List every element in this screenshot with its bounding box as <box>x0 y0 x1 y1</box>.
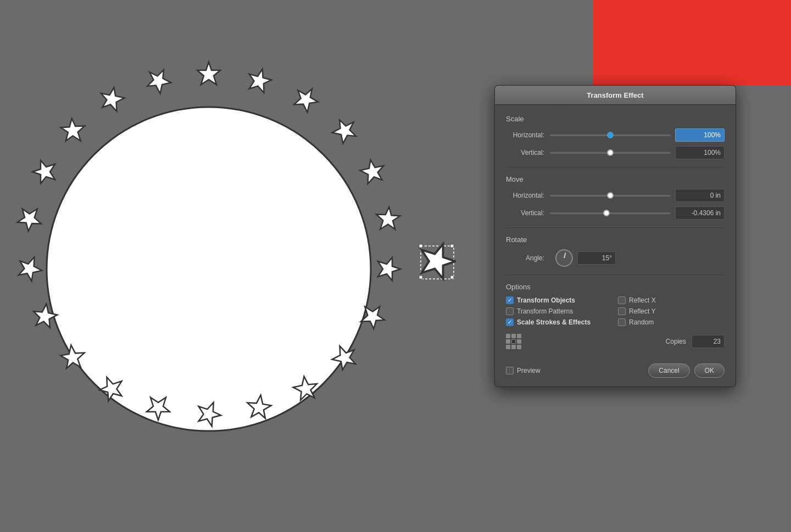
preview-label: Preview <box>517 367 541 374</box>
transform-origin-grid[interactable] <box>506 334 521 349</box>
transform-objects-row[interactable]: Transform Objects <box>506 296 612 304</box>
move-section-label: Move <box>506 175 725 183</box>
cancel-button[interactable]: Cancel <box>648 363 689 378</box>
reflect-x-label: Reflect X <box>629 296 656 304</box>
divider-1 <box>506 167 725 167</box>
options-section-label: Options <box>506 283 725 291</box>
scale-vertical-label: Vertical: <box>506 149 550 156</box>
grid-cell-2[interactable] <box>511 334 516 338</box>
reflect-x-row[interactable]: Reflect X <box>618 296 725 304</box>
dialog-titlebar: Transform Effect <box>495 86 736 105</box>
grid-cell-4[interactable] <box>506 339 510 344</box>
scale-horizontal-track <box>550 135 671 136</box>
grid-cell-7[interactable] <box>506 345 510 349</box>
preview-row: Preview <box>506 367 644 374</box>
move-horizontal-slider[interactable] <box>550 192 671 199</box>
grid-cell-1[interactable] <box>506 334 510 338</box>
transform-effect-dialog: Transform Effect Scale Horizontal: Verti… <box>494 85 736 387</box>
transform-objects-label: Transform Objects <box>517 296 575 304</box>
scale-horizontal-input[interactable] <box>675 128 725 142</box>
random-label: Random <box>629 318 654 326</box>
move-horizontal-label: Horizontal: <box>506 192 550 199</box>
rotate-section-label: Rotate <box>506 236 725 244</box>
scale-vertical-row: Vertical: <box>506 146 725 159</box>
rotate-row: Angle: <box>506 249 725 267</box>
transform-patterns-row[interactable]: Transform Patterns <box>506 307 612 315</box>
scale-vertical-track <box>550 152 671 154</box>
move-vertical-track <box>550 212 671 214</box>
scale-horizontal-slider[interactable] <box>550 131 671 139</box>
move-vertical-slider[interactable] <box>550 209 671 217</box>
random-checkbox[interactable] <box>618 318 626 326</box>
svg-rect-5 <box>419 276 422 279</box>
grid-cell-6[interactable] <box>517 339 521 344</box>
grid-cell-3[interactable] <box>517 334 521 338</box>
angle-dial[interactable] <box>555 249 573 267</box>
svg-point-0 <box>47 107 371 431</box>
dialog-body: Scale Horizontal: Vertical: Move <box>495 105 736 358</box>
copies-label: Copies <box>666 338 686 345</box>
scale-vertical-slider[interactable] <box>550 149 671 156</box>
reflect-y-label: Reflect Y <box>629 307 655 315</box>
scale-horizontal-row: Horizontal: <box>506 128 725 142</box>
move-horizontal-row: Horizontal: <box>506 189 725 202</box>
ok-button[interactable]: OK <box>694 363 725 378</box>
transform-objects-checkbox[interactable] <box>506 296 514 304</box>
divider-3 <box>506 275 725 275</box>
dialog-footer: Preview Cancel OK <box>495 358 736 387</box>
scale-strokes-label: Scale Strokes & Effects <box>517 318 591 326</box>
rotate-angle-label: Angle: <box>506 254 550 262</box>
divider-2 <box>506 227 725 228</box>
scale-vertical-input[interactable] <box>675 146 725 159</box>
preview-checkbox[interactable] <box>506 367 514 374</box>
svg-rect-4 <box>450 244 454 248</box>
move-vertical-input[interactable] <box>675 206 725 220</box>
dialog-title: Transform Effect <box>587 91 643 99</box>
move-horizontal-thumb[interactable] <box>607 192 614 199</box>
scale-section-label: Scale <box>506 115 725 123</box>
move-vertical-label: Vertical: <box>506 209 550 217</box>
grid-cell-9[interactable] <box>517 345 521 349</box>
stars-canvas <box>0 0 456 511</box>
grid-cell-8[interactable] <box>511 345 516 349</box>
move-vertical-thumb[interactable] <box>603 210 610 216</box>
svg-marker-1 <box>0 0 12 10</box>
red-rectangle <box>593 0 791 85</box>
svg-rect-6 <box>450 276 454 279</box>
move-horizontal-track <box>550 195 671 197</box>
copies-row: Copies <box>506 334 725 349</box>
grid-cell-5[interactable] <box>511 339 516 344</box>
rotate-angle-input[interactable] <box>577 251 616 265</box>
random-row[interactable]: Random <box>618 318 725 326</box>
scale-strokes-row[interactable]: Scale Strokes & Effects <box>506 318 612 326</box>
move-vertical-row: Vertical: <box>506 206 725 220</box>
copies-input[interactable] <box>692 335 725 348</box>
move-horizontal-input[interactable] <box>675 189 725 202</box>
scale-horizontal-thumb[interactable] <box>607 132 614 138</box>
scale-horizontal-label: Horizontal: <box>506 131 550 139</box>
options-grid: Transform Objects Reflect X Transform Pa… <box>506 296 725 326</box>
reflect-y-checkbox[interactable] <box>618 307 626 315</box>
transform-patterns-checkbox[interactable] <box>506 307 514 315</box>
transform-patterns-label: Transform Patterns <box>517 307 573 315</box>
reflect-y-row[interactable]: Reflect Y <box>618 307 725 315</box>
svg-rect-3 <box>419 244 422 248</box>
scale-strokes-checkbox[interactable] <box>506 318 514 326</box>
reflect-x-checkbox[interactable] <box>618 296 626 304</box>
scale-vertical-thumb[interactable] <box>607 149 614 156</box>
